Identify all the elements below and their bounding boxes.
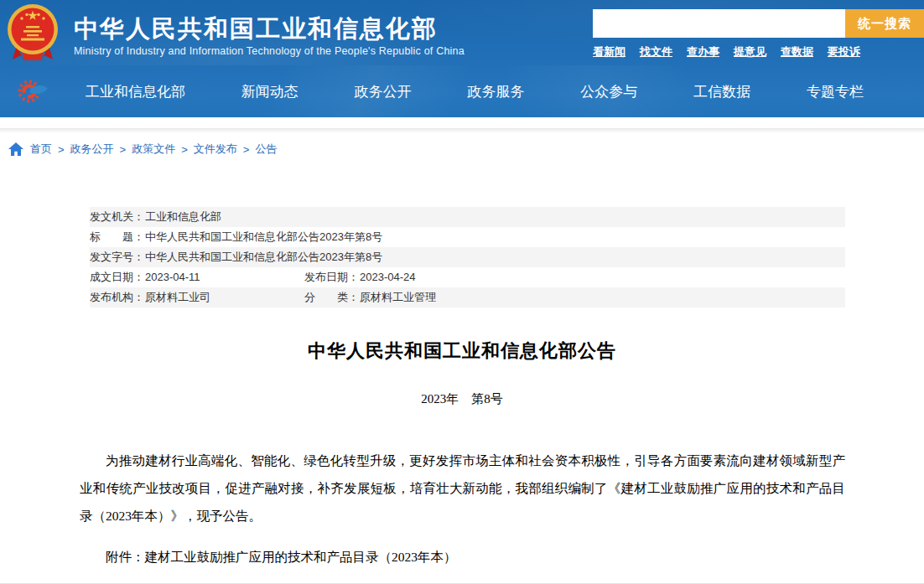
meta-label: 标 题： <box>90 227 145 247</box>
miit-logo-icon[interactable] <box>17 77 50 106</box>
nav-item-miit-data[interactable]: 工信数据 <box>693 82 750 101</box>
meta-label: 发布日期： <box>304 267 360 287</box>
breadcrumb-separator: > <box>243 143 250 156</box>
document-title: 中华人民共和国工业和信息化部公告 <box>0 339 924 364</box>
breadcrumb: 首页 > 政务公开 > 政策文件 > 文件发布 > 公告 <box>0 133 924 162</box>
search-input[interactable] <box>593 9 845 38</box>
meta-value: 原材料工业司 <box>145 287 304 308</box>
site-title: 中华人民共和国工业和信息化部 <box>74 14 465 43</box>
page: 中华人民共和国工业和信息化部 Ministry of Industry and … <box>0 0 924 584</box>
quick-link-suggest[interactable]: 提意见 <box>734 44 766 59</box>
quick-link-files[interactable]: 找文件 <box>640 44 672 59</box>
nav-item-public-participation[interactable]: 公众参与 <box>580 82 637 101</box>
nav-items: 工业和信息化部 新闻动态 政务公开 政务服务 公众参与 工信数据 专题专栏 <box>86 82 864 101</box>
breadcrumb-announcement[interactable]: 公告 <box>255 142 277 157</box>
meta-value: 中华人民共和国工业和信息化部公告2023年第8号 <box>145 247 845 267</box>
meta-row-dates: 成文日期： 2023-04-11 发布日期： 2023-04-24 <box>90 267 845 287</box>
breadcrumb-home[interactable]: 首页 <box>30 142 52 157</box>
meta-value: 原材料工业管理 <box>360 287 845 308</box>
site-brand[interactable]: 中华人民共和国工业和信息化部 Ministry of Industry and … <box>7 3 465 64</box>
document-body: 中华人民共和国工业和信息化部公告 2023年 第8号 为推动建材行业高端化、智能… <box>0 339 924 584</box>
meta-row-document-number: 发文字号： 中华人民共和国工业和信息化部公告2023年第8号 <box>90 247 845 267</box>
meta-value: 中华人民共和国工业和信息化部公告2023年第8号 <box>145 227 845 247</box>
breadcrumb-gov-info[interactable]: 政务公开 <box>70 142 114 157</box>
nav-item-gov-services[interactable]: 政务服务 <box>467 82 524 101</box>
attachment-link[interactable]: 附件：建材工业鼓励推广应用的技术和产品目录（2023年本） <box>80 549 845 566</box>
search-bar: 统一搜索 <box>593 9 924 38</box>
brand-titles: 中华人民共和国工业和信息化部 Ministry of Industry and … <box>74 10 465 57</box>
document-issue-number: 2023年 第8号 <box>0 391 924 407</box>
meta-label: 分 类： <box>304 287 360 308</box>
main-nav: 工业和信息化部 新闻动态 政务公开 政务服务 公众参与 工信数据 专题专栏 <box>0 65 924 117</box>
meta-label: 发文机关： <box>90 207 145 227</box>
quick-links: 看新闻 找文件 查办事 提意见 查数据 要投诉 <box>593 44 924 59</box>
meta-value: 2023-04-24 <box>360 267 845 287</box>
meta-row-title: 标 题： 中华人民共和国工业和信息化部公告2023年第8号 <box>90 227 845 247</box>
nav-item-ministry[interactable]: 工业和信息化部 <box>86 82 185 101</box>
quick-link-data[interactable]: 查数据 <box>781 44 813 59</box>
breadcrumb-separator: > <box>58 143 65 156</box>
home-icon[interactable] <box>8 142 23 156</box>
nav-item-special-topics[interactable]: 专题专栏 <box>807 82 864 101</box>
site-subtitle: Ministry of Industry and Information Tec… <box>74 45 465 57</box>
masthead: 中华人民共和国工业和信息化部 Ministry of Industry and … <box>0 0 924 65</box>
document-paragraph: 为推动建材行业高端化、智能化、绿色化转型升级，更好发挥市场主体和社会资本积极性，… <box>80 447 845 530</box>
national-emblem-icon <box>7 3 59 64</box>
meta-label: 发文字号： <box>90 247 145 267</box>
meta-label: 成文日期： <box>90 267 145 287</box>
quick-link-news[interactable]: 看新闻 <box>593 44 626 59</box>
meta-value: 工业和信息化部 <box>145 207 845 227</box>
nav-item-news[interactable]: 新闻动态 <box>241 82 298 101</box>
document-meta-table: 发文机关： 工业和信息化部 标 题： 中华人民共和国工业和信息化部公告2023年… <box>90 207 845 308</box>
breadcrumb-separator: > <box>181 143 188 156</box>
breadcrumb-separator: > <box>120 143 127 156</box>
meta-row-publisher-category: 发布机构： 原材料工业司 分 类： 原材料工业管理 <box>90 287 845 308</box>
meta-row-issuing-authority: 发文机关： 工业和信息化部 <box>90 207 845 227</box>
quick-link-complaint[interactable]: 要投诉 <box>828 44 860 59</box>
search-button[interactable]: 统一搜索 <box>845 9 924 38</box>
quick-link-services[interactable]: 查办事 <box>687 44 719 59</box>
meta-value: 2023-04-11 <box>145 267 304 287</box>
breadcrumb-file-release[interactable]: 文件发布 <box>194 142 237 157</box>
breadcrumb-policy-files[interactable]: 政策文件 <box>132 142 175 157</box>
nav-item-gov-info[interactable]: 政务公开 <box>355 82 412 101</box>
search-zone: 统一搜索 看新闻 找文件 查办事 提意见 查数据 要投诉 <box>593 9 924 59</box>
meta-label: 发布机构： <box>90 287 145 308</box>
